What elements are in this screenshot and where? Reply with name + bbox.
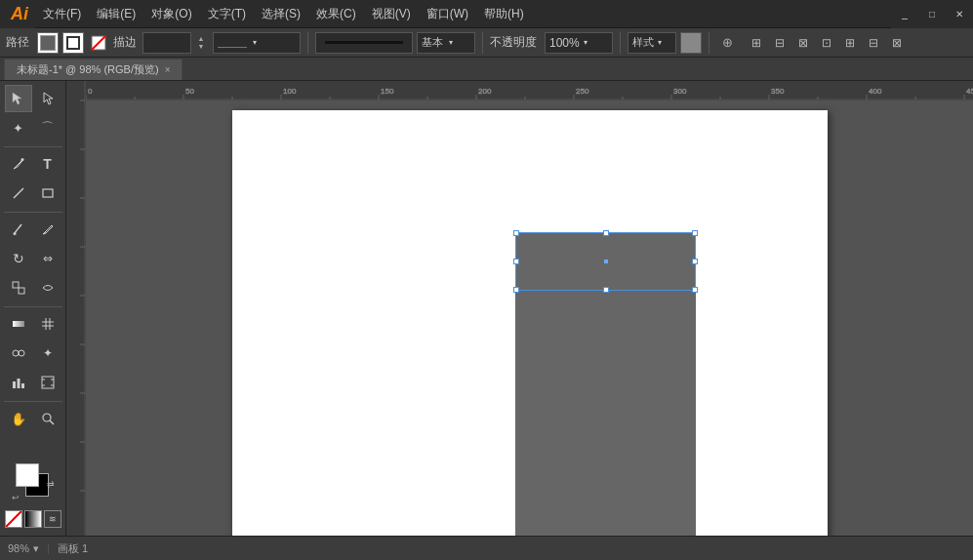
distribute-h-icon[interactable]: ⊟: [863, 32, 884, 54]
artboard-status: 画板 1: [58, 541, 88, 556]
basic-dropdown[interactable]: 基本 ▾: [417, 32, 475, 54]
svg-text:400: 400: [869, 87, 882, 96]
none-swatch[interactable]: [5, 510, 22, 528]
arrange-icon[interactable]: ⊞: [746, 32, 767, 54]
stroke-value-input[interactable]: [142, 32, 191, 54]
menu-bar: 文件(F) 编辑(E) 对象(O) 文字(T) 选择(S) 效果(C) 视图(V…: [35, 0, 891, 28]
gradient-tool[interactable]: [5, 310, 32, 338]
svg-text:200: 200: [478, 87, 492, 96]
tab-title: 未标题-1* @ 98% (RGB/预览): [17, 62, 159, 77]
align-left-icon[interactable]: ⊟: [769, 32, 791, 54]
scale-tool[interactable]: [5, 274, 32, 301]
hand-tool[interactable]: ✋: [5, 405, 32, 432]
selected-rect[interactable]: [515, 232, 696, 291]
warp-tool[interactable]: [34, 274, 61, 301]
style-color-preview[interactable]: [680, 32, 702, 54]
stroke-label-group: 描边 ▲ ▼: [113, 32, 209, 54]
rect-tool[interactable]: [34, 180, 61, 207]
stroke-line-preview[interactable]: [315, 32, 413, 54]
handle-br[interactable]: [692, 287, 698, 293]
menu-help[interactable]: 帮助(H): [476, 0, 532, 28]
pencil-tool[interactable]: [34, 216, 61, 243]
document-tab[interactable]: 未标题-1* @ 98% (RGB/预览) ×: [4, 59, 182, 80]
tool-row-6: ↻ ⇔: [5, 245, 61, 272]
menu-window[interactable]: 窗口(W): [419, 0, 476, 28]
right-icon-row: ⊞ ⊟ ⊠ ⊡ ⊞ ⊟ ⊠: [746, 32, 908, 54]
opacity-input[interactable]: 100% ▾: [545, 32, 613, 54]
main-rect[interactable]: [515, 291, 696, 536]
handle-tr[interactable]: [692, 230, 698, 236]
selection-tool[interactable]: [5, 85, 32, 112]
close-button[interactable]: ✕: [946, 0, 973, 28]
fg-color-swatch[interactable]: [16, 463, 39, 487]
magic-wand-tool[interactable]: ✦: [5, 114, 32, 141]
svg-point-13: [13, 350, 19, 356]
graph-tool[interactable]: [5, 369, 32, 396]
separator-3: [620, 32, 621, 54]
pattern-swatch[interactable]: ≋: [44, 510, 61, 528]
svg-text:350: 350: [771, 87, 785, 96]
fill-swatch[interactable]: [37, 32, 59, 54]
stroke-style-dropdown[interactable]: ⎯⎯⎯⎯⎯ ▾: [213, 32, 301, 54]
menu-edit[interactable]: 编辑(E): [89, 0, 143, 28]
special-swatches: ≋: [5, 510, 61, 528]
svg-rect-15: [13, 381, 16, 388]
menu-object[interactable]: 对象(O): [143, 0, 199, 28]
align-center-icon[interactable]: ⊠: [792, 32, 814, 54]
menu-text[interactable]: 文字(T): [200, 0, 254, 28]
handle-ml[interactable]: [513, 259, 519, 264]
lasso-tool[interactable]: ⌒: [34, 114, 61, 141]
rotate-tool[interactable]: ↻: [5, 245, 32, 272]
artboard-tool[interactable]: [34, 369, 61, 396]
svg-rect-7: [19, 288, 24, 294]
svg-point-14: [19, 350, 24, 356]
canvas-area[interactable]: 0 50 100 150 200 250 300 350 400: [66, 81, 973, 536]
opacity-value: 100%: [549, 36, 580, 50]
swap-colors-icon[interactable]: ⇄: [47, 479, 55, 489]
type-tool[interactable]: T: [34, 150, 61, 178]
svg-point-5: [13, 232, 16, 235]
svg-text:150: 150: [381, 87, 394, 96]
align-right-icon[interactable]: ⊡: [816, 32, 837, 54]
tool-row-3: T: [5, 150, 61, 178]
stroke-swatch[interactable]: [62, 32, 84, 54]
tool-sep-4: [4, 401, 62, 402]
globe-icon[interactable]: ⊕: [716, 32, 738, 54]
symbol-tool[interactable]: ✦: [34, 340, 61, 367]
zoom-tool[interactable]: [34, 405, 61, 432]
pen-tool[interactable]: [5, 150, 32, 178]
handle-bl[interactable]: [513, 287, 519, 293]
stroke-style-label: ⎯⎯⎯⎯⎯: [218, 37, 247, 48]
svg-rect-17: [21, 383, 24, 388]
handle-mr[interactable]: [692, 259, 698, 264]
maximize-button[interactable]: □: [918, 0, 946, 28]
tab-close-button[interactable]: ×: [165, 64, 171, 75]
stroke-none-icon[interactable]: [88, 32, 109, 54]
stroke-style-arrow: ▾: [253, 38, 257, 47]
menu-select[interactable]: 选择(S): [254, 0, 308, 28]
handle-tl[interactable]: [513, 230, 519, 236]
separator-4: [709, 32, 709, 54]
handle-bm[interactable]: [603, 287, 609, 293]
menu-view[interactable]: 视图(V): [364, 0, 419, 28]
reflect-tool[interactable]: ⇔: [34, 245, 61, 272]
menu-effect[interactable]: 效果(C): [308, 0, 364, 28]
basic-arrow: ▾: [449, 38, 453, 47]
blend-tool[interactable]: [5, 340, 32, 367]
handle-tm[interactable]: [603, 230, 609, 236]
ruler-left: [66, 81, 86, 536]
minimize-button[interactable]: ⎯: [891, 0, 918, 28]
gradient-swatch[interactable]: [24, 510, 42, 528]
line-tool[interactable]: [5, 180, 32, 207]
menu-file[interactable]: 文件(F): [35, 0, 89, 28]
stroke-spinner[interactable]: ▲ ▼: [193, 32, 209, 54]
distribute-v-icon[interactable]: ⊞: [839, 32, 861, 54]
zoom-dropdown-arrow[interactable]: ▾: [33, 542, 39, 555]
svg-line-3: [14, 188, 23, 198]
reset-colors-icon[interactable]: ↩: [12, 493, 20, 502]
direct-selection-tool[interactable]: [34, 85, 61, 112]
paintbrush-tool[interactable]: [5, 216, 32, 243]
transform-icon[interactable]: ⊠: [886, 32, 908, 54]
mesh-tool[interactable]: [34, 310, 61, 338]
style-dropdown[interactable]: 样式 ▾: [628, 32, 676, 54]
